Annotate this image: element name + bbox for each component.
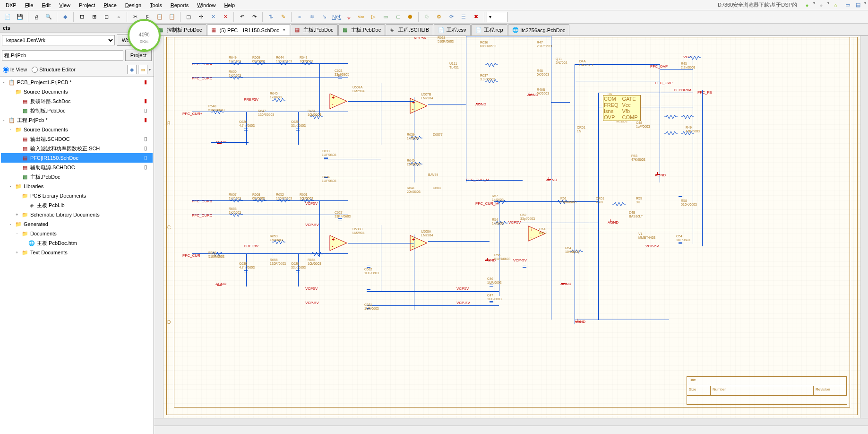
hierarchy-up-icon[interactable]: ⇅: [265, 11, 276, 23]
tab-4[interactable]: ◈ 工程.SCHLIB: [386, 24, 433, 35]
tree-item-1[interactable]: - 📁 Source Documents: [1, 87, 153, 96]
nav-home-icon[interactable]: ⌂: [831, 1, 840, 9]
update-icon[interactable]: ⟳: [446, 11, 457, 23]
bus-icon[interactable]: ≋: [306, 11, 318, 23]
scrollbar-horizontal[interactable]: [154, 418, 868, 425]
compile-icon[interactable]: ♲: [421, 11, 432, 23]
tree-item-16[interactable]: - 📁 Documents: [1, 229, 153, 238]
tab-7[interactable]: 🌐 ltc2756acg.PcbDoc: [508, 24, 570, 35]
zoom-dropdown[interactable]: ▾: [487, 12, 507, 22]
tree-item-17[interactable]: 🌐 主板.PcbDoc.htm: [1, 238, 153, 248]
menu-window[interactable]: Window: [193, 1, 219, 9]
file-view-radio[interactable]: le View: [3, 67, 27, 73]
menu-dxp[interactable]: DXP: [2, 1, 20, 9]
wire-icon[interactable]: ≈: [294, 11, 305, 23]
paste-icon[interactable]: 📋: [154, 11, 165, 23]
expander-icon[interactable]: +: [14, 250, 20, 255]
paste-opt-icon[interactable]: 📋: [166, 11, 178, 23]
nav-fwd-icon[interactable]: ●: [817, 1, 825, 9]
sheet-entry-icon[interactable]: ⊏: [392, 11, 404, 23]
menu-tools[interactable]: Tools: [146, 1, 166, 9]
gnd-icon[interactable]: ⏚: [343, 11, 354, 23]
menu-project[interactable]: Project: [75, 1, 99, 9]
tree-item-6[interactable]: ▦ 输出端.SCHDOC ▯: [1, 134, 153, 144]
workspace-select[interactable]: kspace1.DsnWrk: [2, 35, 115, 45]
expander-icon[interactable]: -: [14, 193, 20, 198]
tree-item-9[interactable]: ▦ 辅助电源.SCHDOC ▯: [1, 163, 153, 172]
tree-item-11[interactable]: - 📁 Libraries: [1, 182, 153, 191]
zoom-100-icon[interactable]: ▫: [113, 11, 124, 23]
expander-icon[interactable]: -: [14, 231, 20, 236]
structure-editor-radio[interactable]: Structure Editor: [32, 67, 75, 73]
tree-item-2[interactable]: ▦ 反馈环路.SchDoc ▮: [1, 96, 153, 106]
tree-item-13[interactable]: ◈ 主板.PcbLib: [1, 200, 153, 210]
print-icon[interactable]: 🖨: [31, 11, 42, 23]
bus-entry-icon[interactable]: ↘: [318, 11, 330, 23]
delete-icon[interactable]: ✖: [470, 11, 481, 23]
tab-1[interactable]: ▦ (5) PFC—IR1150.SchDoc▼: [207, 24, 290, 35]
project-field[interactable]: [2, 50, 123, 61]
annotate-icon[interactable]: ⚙: [433, 11, 445, 23]
tree-item-5[interactable]: - 📁 Source Documents: [1, 125, 153, 134]
zoom-area-icon[interactable]: ⊞: [88, 11, 100, 23]
tree-item-0[interactable]: - 📋 PCB_Project1.PrjPCB * ▮: [1, 78, 153, 87]
cross-probe-icon[interactable]: ✎: [277, 11, 289, 23]
menu-reports[interactable]: Reports: [167, 1, 193, 9]
tree-item-3[interactable]: ▩ 控制板.PcbDoc ▯: [1, 106, 153, 115]
tab-2[interactable]: ▦ 主板.PcbDoc: [291, 24, 338, 35]
zoom-sel-icon[interactable]: ◻: [101, 11, 112, 23]
tree-item-12[interactable]: - 📁 PCB Library Documents: [1, 191, 153, 200]
tree-item-18[interactable]: + 📁 Text Documents: [1, 248, 153, 257]
nav-back-icon[interactable]: ●: [803, 1, 811, 9]
menu-help[interactable]: Help: [220, 1, 239, 9]
expander-icon[interactable]: -: [1, 80, 7, 85]
tree-item-14[interactable]: + 📁 Schematic Library Documents: [1, 210, 153, 219]
sheet-icon[interactable]: ▭: [380, 11, 391, 23]
tab-3[interactable]: ▩ 主板.PcbDoc: [338, 24, 386, 35]
deselect-icon[interactable]: ✕: [207, 11, 219, 23]
view-opt1-icon[interactable]: ◆: [127, 65, 137, 74]
expander-icon[interactable]: -: [8, 127, 13, 132]
zone-d: D: [167, 320, 171, 325]
menu-file[interactable]: File: [21, 1, 37, 9]
zoom-fit-icon[interactable]: ⊡: [76, 11, 87, 23]
open-icon[interactable]: ◆: [60, 11, 71, 23]
vcc-icon[interactable]: Vcc: [355, 11, 367, 23]
redo-icon[interactable]: ↷: [249, 11, 260, 23]
view-opt2-icon[interactable]: ▭: [138, 65, 147, 74]
browse-icon[interactable]: ☰: [458, 11, 469, 23]
tree-item-10[interactable]: ▩ 主板.PcbDoc: [1, 172, 153, 182]
expander-icon[interactable]: -: [1, 118, 7, 122]
tree-item-8[interactable]: ▦ PFC|IR1150.SchDoc ▯: [1, 153, 153, 163]
net-label-icon[interactable]: Net̲: [331, 11, 342, 23]
tab-6[interactable]: 📄 工程.rep: [471, 24, 507, 35]
move-icon[interactable]: ✢: [195, 11, 206, 23]
menu-view[interactable]: View: [55, 1, 74, 9]
tab-5[interactable]: 📄 工程.csv: [434, 24, 471, 35]
menu-place[interactable]: Place: [100, 1, 120, 9]
project-tree[interactable]: - 📋 PCB_Project1.PrjPCB * ▮- 📁 Source Do…: [0, 77, 154, 434]
tab-0[interactable]: ▩ 控制板.PcbDoc: [154, 24, 206, 35]
chevron-down-icon[interactable]: ▼: [282, 28, 286, 32]
expander-icon[interactable]: -: [8, 184, 13, 189]
port-icon[interactable]: ⬣: [404, 11, 416, 23]
expander-icon[interactable]: -: [8, 89, 13, 94]
schematic-canvas[interactable]: B C D PFC_CURAPFC_CURCPREF3VPFC_CUR+AGND…: [163, 36, 860, 418]
menu-design[interactable]: Design: [121, 1, 145, 9]
select-icon[interactable]: ▢: [183, 11, 194, 23]
new-doc-icon[interactable]: 📄: [2, 11, 13, 23]
expander-icon[interactable]: +: [14, 212, 20, 217]
layout2-icon[interactable]: ▤: [854, 1, 862, 9]
part-icon[interactable]: ▷: [368, 11, 379, 23]
undo-icon[interactable]: ↶: [236, 11, 248, 23]
layout1-icon[interactable]: ▭: [843, 1, 852, 9]
expander-icon[interactable]: -: [8, 222, 13, 226]
tree-item-4[interactable]: - 📋 工程.PrjPcb * ▮: [1, 115, 153, 125]
clear-icon[interactable]: ✕: [220, 11, 231, 23]
save-icon[interactable]: 💾: [14, 11, 26, 23]
scrollbar-vertical[interactable]: [860, 36, 868, 418]
menu-edit[interactable]: Edit: [38, 1, 54, 9]
preview-icon[interactable]: 🔍: [43, 11, 54, 23]
tree-item-7[interactable]: ▦ 输入滤波和功率因数校正.SCH ▯: [1, 144, 153, 153]
tree-item-15[interactable]: - 📁 Generated: [1, 219, 153, 229]
